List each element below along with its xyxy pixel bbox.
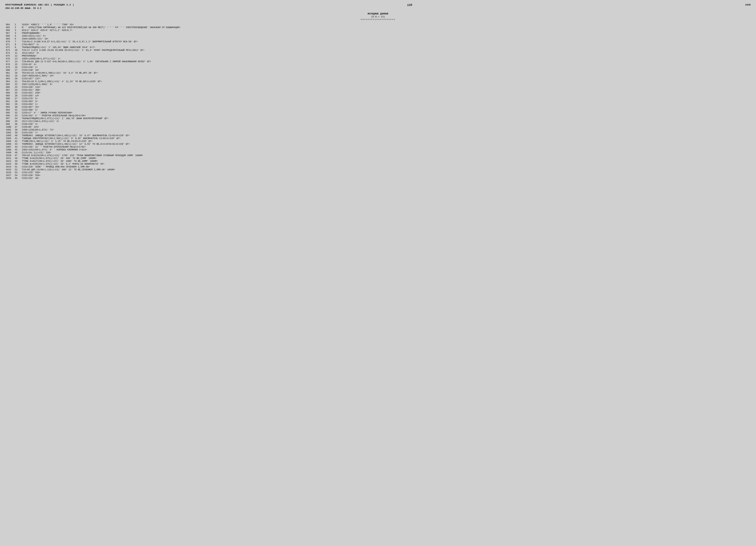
table-row: 98724С153=231' 306• <box>5 89 751 92</box>
row-description: РМАТЕРИАЛЫ• <box>21 55 751 57</box>
row-index1: 975 <box>5 55 14 57</box>
data-table: 9641Э1934' К9В1Г1' ' ' 1,0' ' ' ' 7300' … <box>5 23 751 180</box>
table-row: 100340ТНОМЕНКЛ. ЗАВОДА ЭСТОПЛАСТ(Н9=1,08… <box>5 134 751 137</box>
row-index1: 979 <box>5 66 14 69</box>
table-row: 982191507=3059(Н9=1,099)' 29• <box>5 74 751 77</box>
row-description: С153=140' 2• <box>21 66 751 69</box>
row-index1: 1003 <box>5 134 14 137</box>
row-index1: 978 <box>5 63 14 66</box>
table-row: 974111511=1012' 3• <box>5 52 751 55</box>
row-description: С153=167' 137• <box>21 77 751 80</box>
row-description: 1507=1156(Н9=1,099)' 9• <box>21 83 751 86</box>
row-index2: 42 <box>14 140 21 143</box>
row-index1: 1001 <box>5 129 14 131</box>
table-row: 9663Н23=2' Н24=2' Н25=6' Н27=1,2' Н28=0,… <box>5 29 751 32</box>
table-row: 100643ТНОМЕНКЛ. ЗАВОДА ЭСТОПЛАСТ(Н9=1,08… <box>5 143 751 146</box>
row-index1: 992 <box>5 103 14 106</box>
row-index2: 34 <box>14 117 21 120</box>
table-row: 101249ТТОЖЕ 8=0127(Н9=1,076)(=13)' 20' 1… <box>5 160 751 163</box>
row-index2: 48 <box>14 157 21 160</box>
row-index1: 977 <box>5 60 14 63</box>
row-index2: 54 <box>14 174 21 177</box>
row-description: С154=162' 2' ' РОЗЕТКА ШТЕПСЕЛЬНАЯ РШ=Ц=… <box>21 114 751 117</box>
row-description: 1517=2217(Н9=1,076)(=13)' 3• <box>21 120 751 123</box>
section-underline: ==================== <box>5 18 751 21</box>
row-description: С153=231' 306• <box>21 89 751 92</box>
table-row: 97815С153=19' 4• <box>5 63 751 66</box>
row-description: С153=284' 1• <box>21 103 751 106</box>
doc-number: 264-12-249.85 ААЬБ. IX 4.I <box>5 7 41 10</box>
row-description: С153=230' 133• <box>21 86 751 89</box>
row-description: 1701=8037' 1• <box>21 43 751 46</box>
row-description: ТТОЖЕ 8=0125(Н9=1,076)(=13)' 20' 490' ТО… <box>21 157 751 160</box>
row-index1: 987 <box>5 89 14 92</box>
section-header: ИСХОДНЫЕ ДАННЫЕ (П.Н.= 13) =============… <box>5 12 751 21</box>
row-index2: 6 <box>14 38 21 40</box>
row-index2: 10 <box>14 49 21 52</box>
row-description: С153=265' 14• <box>21 94 751 97</box>
row-description: Т29=09=01 ДОП.12 П.637 К=0,98(Н9=1,099)(… <box>21 60 751 63</box>
row-index2: 26 <box>14 94 21 97</box>
header-center: 125 <box>74 4 745 7</box>
row-index1: 982 <box>5 74 14 77</box>
row-index2: 49 <box>14 160 21 163</box>
row-index2: 7 <box>14 40 21 43</box>
row-index1: 974 <box>5 52 14 55</box>
row-index2: 38 <box>14 129 21 131</box>
row-index1: 981 <box>5 72 14 74</box>
row-index1: 1008 <box>5 148 14 151</box>
row-index1: 1017 <box>5 174 14 177</box>
row-index2: 47 <box>14 154 21 157</box>
row-index1: 971 <box>5 43 14 46</box>
row-index1: 993 <box>5 106 14 109</box>
table-row: 96851504=4221(=14)' 5• <box>5 35 751 38</box>
row-index1: 995 <box>5 111 14 114</box>
row-description: Н23=2' Н24=2' Н25=6' Н27=1,2' Н28=0,7• <box>21 29 751 32</box>
row-index2: 1 <box>14 23 21 26</box>
row-index2: 52 <box>14 168 21 171</box>
row-index2: 27 <box>14 97 21 100</box>
row-index2: 53 <box>14 171 21 174</box>
row-description: ТНОМЕНКЛ. ЗАВОДА ЭСТОПЛАСТ(Н9=1,082)(=13… <box>21 143 751 146</box>
row-description: С156=240' 4• <box>21 123 751 126</box>
row-index2: 31 <box>14 109 21 111</box>
table-row: 985221507=1156(Н9=1,099)' 9• <box>5 83 751 86</box>
row-description: ТЗАВОДА ЭЛЕКТРОПУЛЬТ(Н9=1,082)(=13)' 9' … <box>21 137 751 140</box>
table-row: 96961504=18093(=14)' 10• <box>5 38 751 40</box>
row-description: Ю' ' КЛУБ(СТЕНЫ КИРПИЧНЫЕ) НА 423 ПОСЕТИ… <box>21 26 751 29</box>
row-index2: 11 <box>14 52 21 55</box>
row-index1: 980 <box>5 69 14 72</box>
row-index2: 40 <box>14 134 21 137</box>
table-row: 1008452403=1352(Н9=1,073)' 8' ' КОРОБКА … <box>5 148 751 151</box>
row-description: С153=276' 5• <box>21 97 751 100</box>
table-row: 9641Э1934' К9В1Г1' ' ' 1,0' ' ' ' 7300' … <box>5 23 751 26</box>
table-row: 99229С153=284' 1• <box>5 103 751 106</box>
row-index1: 997 <box>5 117 14 120</box>
row-index1: 999 <box>5 123 14 126</box>
row-index2: 35 <box>14 120 21 123</box>
row-index2: 32 <box>14 111 21 114</box>
table-row: 99936С156=240' 4• <box>5 123 751 126</box>
table-row: 99633С154=162' 2' ' РОЗЕТКА ШТЕПСЕЛЬНАЯ … <box>5 114 751 117</box>
row-index1: 986 <box>5 86 14 89</box>
row-description: Т64=02=10 П.1(Н9=1,099)(=13)' 4' 11,24' … <box>21 80 751 83</box>
row-description: Т05=03 8=0124(Н9=1,076)(=13)' 1750' 310'… <box>21 154 751 157</box>
row-index1: 985 <box>5 83 14 86</box>
row-index1: 972 <box>5 46 14 49</box>
row-index1: 1009 <box>5 151 14 154</box>
row-index2: 29 <box>14 103 21 106</box>
row-index2: 44 <box>14 146 21 148</box>
row-index2: 9 <box>14 46 21 49</box>
document-ref: 264-12-249.85 ААЬБ. IX 4.I <box>5 7 74 10</box>
row-index1: 994 <box>5 109 14 111</box>
row-description: С152=252' 40• <box>21 177 751 180</box>
row-description: С154=165' 31' ' РОЗЕТКА ШТЕПСЕЛЬНАЯ РШ=Ц… <box>21 146 751 148</box>
row-index2: 24 <box>14 89 21 92</box>
row-description: 1505=11050(Н9=1,077)(=13)' 1• <box>21 57 751 60</box>
row-description: ТКАЛЬКУЛЯЦИЯ2(Н9=1,072)(=13)' 1' 108,78'… <box>21 117 751 120</box>
row-index2: 45 <box>14 148 21 151</box>
row-index1: 984 <box>5 80 14 83</box>
row-index2: 23 <box>14 86 21 89</box>
table-row: 101148ТТОЖЕ 8=0125(Н9=1,076)(=13)' 20' 4… <box>5 157 751 160</box>
row-index1: 991 <box>5 100 14 103</box>
